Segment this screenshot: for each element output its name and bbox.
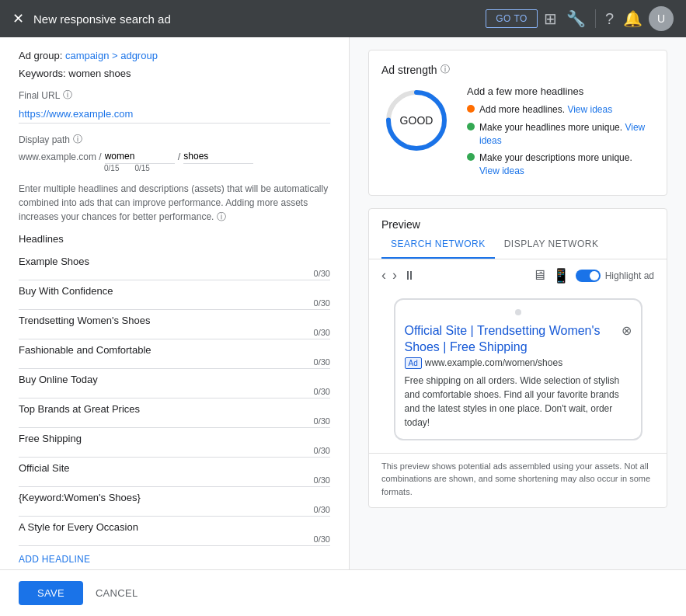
headline-count-1: 0/30	[19, 298, 330, 308]
tip-item-0: Add more headlines. View ideas	[467, 103, 654, 117]
headline-input-1[interactable]	[19, 285, 330, 298]
headline-count-0: 0/30	[19, 269, 330, 278]
tip-link-1[interactable]: View ideas	[479, 122, 645, 146]
headline-input-7[interactable]	[19, 462, 330, 475]
ad-headline: Official Site | Trendsetting Women's Sho…	[405, 323, 622, 356]
preview-title: Preview	[369, 209, 667, 231]
preview-note: This preview shows potential ads assembl…	[369, 453, 667, 508]
next-button[interactable]: ›	[392, 267, 397, 284]
headline-count-2: 0/30	[19, 328, 330, 337]
tip-dot-1	[467, 123, 475, 131]
gauge: GOOD	[381, 85, 451, 155]
tip-text-2: Make your descriptions more unique. View…	[479, 151, 654, 178]
highlight-label: Highlight ad	[605, 270, 654, 281]
chart-icon[interactable]: ⊞	[541, 6, 560, 31]
add-headline-button[interactable]: ADD HEADLINE	[19, 554, 90, 565]
headline-input-4[interactable]	[19, 374, 330, 387]
divider	[595, 9, 596, 28]
preview-tabs: SEARCH NETWORK DISPLAY NETWORK	[369, 231, 667, 259]
headline-row: 0/30	[19, 487, 330, 517]
adgroup-link[interactable]: campaign > adgroup	[65, 50, 158, 61]
headline-count-9: 0/30	[19, 534, 330, 544]
hint-info-icon[interactable]: ⓘ	[217, 211, 226, 222]
mobile-device: Official Site | Trendsetting Women's Sho…	[394, 298, 642, 440]
mobile-icon[interactable]: 📱	[552, 267, 569, 284]
tips-list: Add more headlines. View ideas Make your…	[467, 103, 654, 178]
pause-icon[interactable]: ⏸	[403, 269, 416, 283]
headline-count-7: 0/30	[19, 475, 330, 485]
left-panel: Ad group: campaign > adgroup Keywords: w…	[0, 37, 350, 569]
tab-display-network[interactable]: DISPLAY NETWORK	[495, 231, 608, 259]
tip-link-0[interactable]: View ideas	[567, 104, 612, 115]
tip-dot-2	[467, 153, 475, 161]
browser-bar	[405, 309, 632, 315]
wrench-icon[interactable]: 🔧	[563, 6, 589, 31]
adgroup-label: Ad group:	[19, 50, 62, 61]
display-path-info-icon[interactable]: ⓘ	[73, 133, 82, 146]
ad-close-icon[interactable]: ⊗	[622, 323, 632, 338]
avatar[interactable]: U	[649, 6, 674, 31]
headline-count-6: 0/30	[19, 446, 330, 455]
path1-count: 0/15	[104, 164, 119, 172]
tip-dot-0	[467, 105, 475, 113]
path1-input[interactable]	[105, 149, 175, 164]
headline-input-3[interactable]	[19, 344, 330, 357]
path2-input[interactable]	[183, 149, 253, 164]
tip-item-1: Make your headlines more unique. View id…	[467, 121, 654, 148]
tip-item-2: Make your descriptions more unique. View…	[467, 151, 654, 178]
headline-input-2[interactable]	[19, 315, 330, 328]
headline-input-8[interactable]	[19, 492, 330, 505]
ad-description: Free shipping on all orders. Wide select…	[405, 374, 632, 430]
final-url-input[interactable]	[19, 105, 330, 124]
highlight-toggle[interactable]	[576, 270, 601, 282]
path-slash: /	[178, 151, 181, 162]
main-container: Ad group: campaign > adgroup Keywords: w…	[0, 37, 686, 569]
display-path-base: www.example.com /	[19, 151, 102, 162]
headlines-list: 0/30 0/30 0/30 0/30 0/30 0/30 0/30 0/30 …	[19, 251, 330, 546]
headline-input-6[interactable]	[19, 433, 330, 446]
topbar: ✕ New responsive search ad GO TO ⊞ 🔧 ? 🔔…	[0, 0, 686, 37]
keywords-value: women shoes	[68, 68, 131, 79]
display-path-label: Display path ⓘ	[19, 133, 330, 146]
display-path-row: www.example.com / /	[19, 149, 330, 164]
headline-row: 0/30	[19, 517, 330, 546]
prev-button[interactable]: ‹	[381, 267, 386, 284]
adgroup-row: Ad group: campaign > adgroup	[19, 50, 330, 61]
headline-row: 0/30	[19, 339, 330, 369]
final-url-info-icon[interactable]: ⓘ	[63, 89, 72, 102]
headline-input-0[interactable]	[19, 256, 330, 269]
desktop-icon[interactable]: 🖥	[532, 267, 546, 284]
highlight-row: Highlight ad	[576, 270, 654, 282]
preview-box: Preview SEARCH NETWORK DISPLAY NETWORK ‹…	[368, 208, 667, 508]
strength-tips: Add a few more headlines Add more headli…	[467, 85, 654, 183]
path1-wrap	[105, 149, 175, 164]
headline-row: 0/30	[19, 280, 330, 310]
bell-icon[interactable]: 🔔	[620, 6, 646, 31]
hint-text: Enter multiple headlines and description…	[19, 182, 330, 224]
cancel-button[interactable]: CANCEL	[96, 587, 138, 599]
ad-strength-info-icon[interactable]: ⓘ	[441, 63, 450, 76]
tab-search-network[interactable]: SEARCH NETWORK	[381, 231, 495, 259]
keywords-label: Keywords:	[19, 68, 66, 79]
preview-controls: ‹ › ⏸ 🖥 📱 Highlight ad	[369, 259, 667, 292]
ad-strength-title: Ad strength ⓘ	[381, 63, 654, 76]
mobile-preview-wrap: Official Site | Trendsetting Women's Sho…	[369, 292, 667, 453]
headline-input-5[interactable]	[19, 403, 330, 416]
close-icon[interactable]: ✕	[12, 10, 24, 27]
headline-row: 0/30	[19, 458, 330, 487]
ad-card: Official Site | Trendsetting Women's Sho…	[405, 323, 632, 430]
headline-input-9[interactable]	[19, 521, 330, 534]
page-title: New responsive search ad	[33, 12, 486, 26]
ad-url-row: Ad www.example.com/women/shoes	[405, 357, 632, 369]
help-icon[interactable]: ?	[602, 7, 617, 31]
path2-wrap	[183, 149, 253, 164]
tips-heading: Add a few more headlines	[467, 85, 654, 97]
headline-row: 0/30	[19, 251, 330, 280]
headline-row: 0/30	[19, 369, 330, 398]
tip-link-2[interactable]: View ideas	[479, 165, 524, 176]
goto-button[interactable]: GO TO	[486, 9, 538, 28]
save-button[interactable]: SAVE	[19, 581, 83, 605]
gauge-label: GOOD	[400, 114, 434, 127]
headline-count-3: 0/30	[19, 357, 330, 367]
right-panel: Ad strength ⓘ GOOD Add a few more headli…	[350, 37, 686, 569]
